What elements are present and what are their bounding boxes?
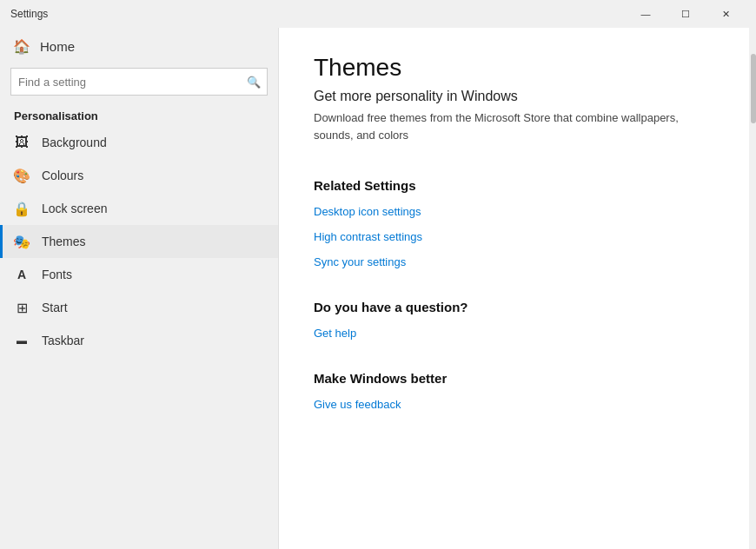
sidebar-item-label: Background <box>42 136 107 149</box>
sidebar-item-label: Taskbar <box>42 334 84 347</box>
sidebar-home-label: Home <box>40 39 75 54</box>
related-settings-section: Related Settings Desktop icon settings H… <box>314 178 714 268</box>
question-heading: Do you have a question? <box>314 300 714 314</box>
window-title: Settings <box>10 8 48 20</box>
sidebar-item-start[interactable]: ⊞ Start <box>0 291 278 324</box>
scrollbar[interactable] <box>749 28 756 549</box>
sidebar-item-label: Colours <box>42 169 83 182</box>
page-title: Themes <box>314 54 714 82</box>
colours-icon: 🎨 <box>14 168 30 183</box>
sidebar-item-taskbar[interactable]: ▬ Taskbar <box>0 324 278 357</box>
main-wrapper: Themes Get more personality in Windows D… <box>278 28 756 549</box>
titlebar: Settings — ☐ ✕ <box>0 0 756 28</box>
search-icon: 🔍 <box>247 76 261 89</box>
sync-your-settings-link[interactable]: Sync your settings <box>314 255 714 268</box>
sidebar-section-label: Personalisation <box>0 103 278 126</box>
minimize-button[interactable]: — <box>626 0 666 28</box>
scrollbar-thumb[interactable] <box>751 54 756 123</box>
sidebar: 🏠 Home 🔍 Personalisation 🖼 Background 🎨 … <box>0 28 278 549</box>
feedback-section: Make Windows better Give us feedback <box>314 371 714 411</box>
sidebar-item-colours[interactable]: 🎨 Colours <box>0 159 278 192</box>
home-icon: 🏠 <box>14 38 30 54</box>
maximize-button[interactable]: ☐ <box>666 0 706 28</box>
sidebar-item-background[interactable]: 🖼 Background <box>0 126 278 159</box>
sidebar-item-label: Fonts <box>42 268 72 281</box>
content-area: 🏠 Home 🔍 Personalisation 🖼 Background 🎨 … <box>0 28 756 549</box>
sidebar-search-container: 🔍 <box>10 68 268 96</box>
desktop-icon-settings-link[interactable]: Desktop icon settings <box>314 205 714 218</box>
background-icon: 🖼 <box>14 135 30 150</box>
window-controls: — ☐ ✕ <box>626 0 746 28</box>
main-content: Themes Get more personality in Windows D… <box>278 28 749 549</box>
page-subtitle: Get more personality in Windows <box>314 89 714 104</box>
close-button[interactable]: ✕ <box>706 0 746 28</box>
start-icon: ⊞ <box>14 300 30 315</box>
give-feedback-link[interactable]: Give us feedback <box>314 398 714 411</box>
get-help-link[interactable]: Get help <box>314 327 714 340</box>
sidebar-item-lock-screen[interactable]: 🔒 Lock screen <box>0 192 278 225</box>
settings-window: Settings — ☐ ✕ 🏠 Home 🔍 Personalisation <box>0 0 756 549</box>
question-section: Do you have a question? Get help <box>314 300 714 340</box>
sidebar-item-label: Lock screen <box>42 202 107 215</box>
fonts-icon: A <box>14 267 30 282</box>
feedback-heading: Make Windows better <box>314 371 714 386</box>
taskbar-icon: ▬ <box>14 333 30 348</box>
sidebar-item-themes[interactable]: 🎭 Themes <box>0 225 278 258</box>
themes-icon: 🎭 <box>14 234 30 249</box>
high-contrast-settings-link[interactable]: High contrast settings <box>314 230 714 243</box>
page-description: Download free themes from the Microsoft … <box>314 109 714 143</box>
sidebar-item-fonts[interactable]: A Fonts <box>0 258 278 291</box>
lock-screen-icon: 🔒 <box>14 201 30 216</box>
sidebar-item-label: Start <box>42 301 68 314</box>
sidebar-item-home[interactable]: 🏠 Home <box>0 28 278 64</box>
search-input[interactable] <box>10 68 268 96</box>
related-settings-heading: Related Settings <box>314 178 714 193</box>
sidebar-item-label: Themes <box>42 235 86 248</box>
